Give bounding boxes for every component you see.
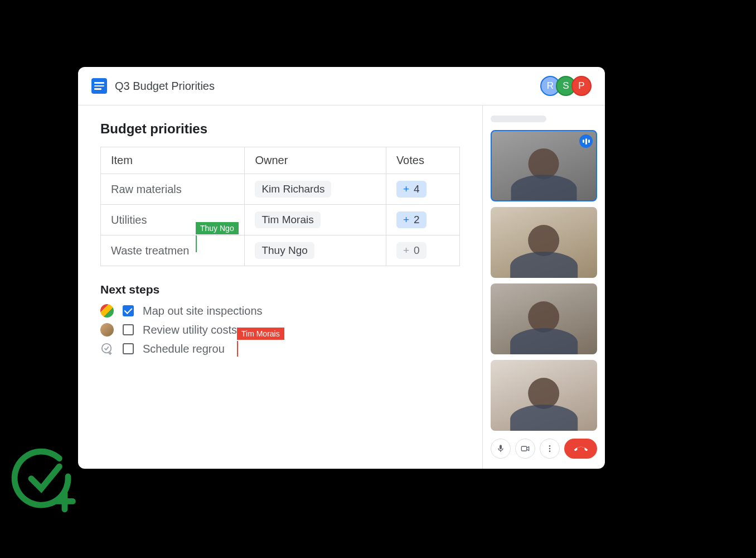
table-row: Raw materials Kim Richards +4 — [101, 174, 460, 205]
owner-cell[interactable]: Thuy Ngo — [245, 235, 386, 266]
svg-point-0 — [102, 344, 112, 353]
video-tile[interactable] — [491, 360, 597, 431]
checkbox[interactable] — [123, 305, 134, 316]
section-title: Next steps — [100, 283, 460, 296]
assignee-avatar[interactable] — [100, 304, 114, 318]
checklist-item[interactable]: Map out site inspections — [100, 304, 460, 318]
checkbox[interactable] — [123, 324, 134, 335]
owner-chip[interactable]: Kim Richards — [255, 181, 331, 198]
votes-cell[interactable]: +2 — [386, 205, 459, 235]
checklist-text[interactable]: Schedule regrou — [143, 343, 225, 355]
svg-point-3 — [549, 448, 551, 450]
svg-point-4 — [549, 450, 551, 452]
hangup-button[interactable] — [564, 439, 597, 459]
item-cell[interactable]: Raw materials — [101, 174, 245, 205]
more-options-button[interactable] — [540, 439, 560, 459]
checklist-text[interactable]: Map out site inspections — [143, 305, 263, 318]
owner-cell[interactable]: Kim Richards — [245, 174, 386, 205]
collaborator-avatar[interactable]: P — [571, 76, 592, 96]
camera-button[interactable] — [515, 439, 535, 459]
column-header: Item — [101, 147, 245, 174]
video-tile[interactable] — [491, 283, 597, 354]
vote-chip[interactable]: +4 — [396, 181, 427, 198]
speaking-indicator-icon — [579, 134, 593, 148]
table-row: Utilities Tim Morais +2 — [101, 205, 460, 235]
document-main[interactable]: Budget priorities Item Owner Votes Raw m… — [78, 105, 482, 469]
vote-chip[interactable]: +2 — [396, 211, 427, 228]
item-cell[interactable]: Waste treatmen Thuy Ngo — [101, 235, 245, 266]
checklist-text[interactable]: Review utility costs — [143, 324, 237, 336]
svg-point-2 — [549, 445, 551, 447]
collaborator-cursor-label: Thuy Ngo — [196, 222, 239, 234]
column-header: Owner — [245, 147, 386, 174]
meet-controls — [491, 439, 597, 459]
votes-cell[interactable]: +0 — [386, 235, 459, 266]
column-header: Votes — [386, 147, 459, 174]
meet-header-placeholder — [491, 116, 546, 122]
checklist-item[interactable]: Schedule regrou Tim Morais — [100, 342, 460, 355]
mic-button[interactable] — [491, 439, 511, 459]
svg-rect-1 — [521, 446, 526, 451]
checkbox[interactable] — [123, 343, 134, 354]
video-tile[interactable] — [491, 207, 597, 278]
document-body: Budget priorities Item Owner Votes Raw m… — [78, 105, 605, 469]
document-header: Q3 Budget Priorities R S P — [78, 67, 605, 105]
meet-sidebar — [482, 105, 605, 469]
assignee-avatar[interactable] — [100, 323, 114, 336]
collaborator-cursor — [237, 341, 238, 357]
assign-task-icon[interactable] — [100, 342, 114, 355]
document-window: Q3 Budget Priorities R S P Budget priori… — [78, 67, 605, 469]
collaborator-cursor — [196, 235, 197, 252]
table-header-row: Item Owner Votes — [101, 147, 460, 174]
collaborator-avatars: R S P — [545, 76, 592, 96]
section-title: Budget priorities — [100, 121, 460, 137]
owner-chip[interactable]: Tim Morais — [255, 211, 320, 228]
votes-cell[interactable]: +4 — [386, 174, 459, 205]
docs-icon[interactable] — [91, 78, 107, 94]
table-row: Waste treatmen Thuy Ngo Thuy Ngo +0 — [101, 235, 460, 266]
document-title[interactable]: Q3 Budget Priorities — [115, 80, 537, 93]
owner-cell[interactable]: Tim Morais — [245, 205, 386, 235]
checkmark-add-icon — [11, 446, 78, 513]
vote-chip[interactable]: +0 — [396, 242, 427, 259]
collaborator-cursor-label: Tim Morais — [237, 328, 284, 340]
video-tile[interactable] — [491, 130, 597, 201]
owner-chip[interactable]: Thuy Ngo — [255, 242, 314, 259]
budget-table[interactable]: Item Owner Votes Raw materials Kim Richa… — [100, 147, 460, 266]
